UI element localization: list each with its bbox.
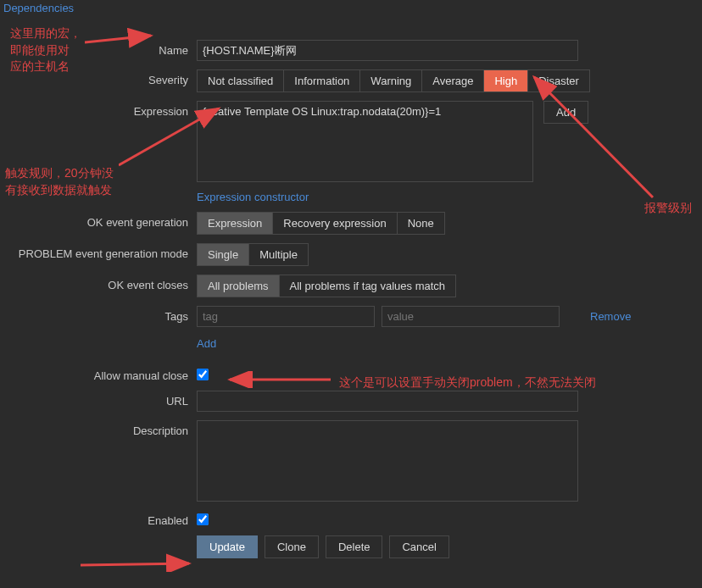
add-tag-link[interactable]: Add	[197, 337, 216, 350]
ok-event-recovery[interactable]: Recovery expression	[273, 213, 397, 234]
dependencies-link[interactable]: Dependencies	[0, 0, 77, 16]
ok-event-expression[interactable]: Expression	[198, 213, 273, 234]
severity-high[interactable]: High	[484, 70, 528, 92]
svg-line-9	[81, 563, 189, 565]
severity-group: Not classified Information Warning Avera…	[197, 69, 590, 92]
severity-information[interactable]: Information	[284, 70, 360, 92]
name-input[interactable]	[197, 40, 578, 61]
name-label: Name	[0, 40, 197, 57]
severity-average[interactable]: Average	[422, 70, 484, 92]
tags-label: Tags	[0, 306, 197, 323]
delete-button[interactable]: Delete	[326, 535, 383, 558]
severity-warning[interactable]: Warning	[360, 70, 422, 92]
expression-textarea[interactable]: {acative Template OS Linux:trap.nodata(2…	[197, 101, 533, 182]
remove-tag-link[interactable]: Remove	[590, 310, 631, 323]
description-textarea[interactable]	[197, 420, 578, 502]
clone-button[interactable]: Clone	[265, 535, 319, 558]
enabled-checkbox[interactable]	[197, 513, 209, 525]
enabled-label: Enabled	[0, 510, 197, 527]
problem-gen-multiple[interactable]: Multiple	[249, 244, 308, 265]
severity-disaster[interactable]: Disaster	[528, 70, 589, 92]
problem-gen-label: PROBLEM event generation mode	[0, 243, 197, 260]
ok-closes-group: All problems All problems if tag values …	[197, 275, 456, 297]
ok-event-gen-label: OK event generation	[0, 212, 197, 229]
url-label: URL	[0, 391, 197, 408]
tag-value-input[interactable]	[382, 306, 560, 327]
ok-closes-tag-match[interactable]: All problems if tag values match	[280, 275, 456, 297]
cancel-button[interactable]: Cancel	[389, 535, 448, 558]
update-button[interactable]: Update	[197, 535, 258, 558]
url-input[interactable]	[197, 391, 578, 412]
add-expression-button[interactable]: Add	[543, 101, 588, 124]
expression-constructor-link[interactable]: Expression constructor	[197, 191, 309, 203]
ok-closes-label: OK event closes	[0, 275, 197, 291]
description-label: Description	[0, 420, 197, 437]
allow-manual-close-checkbox[interactable]	[197, 369, 209, 380]
ok-event-none[interactable]: None	[398, 213, 444, 234]
severity-label: Severity	[0, 69, 197, 86]
severity-not-classified[interactable]: Not classified	[198, 70, 284, 92]
ok-closes-all[interactable]: All problems	[198, 275, 280, 297]
ok-event-gen-group: Expression Recovery expression None	[197, 212, 445, 235]
tag-name-input[interactable]	[197, 306, 375, 327]
expression-label: Expression	[0, 101, 197, 118]
problem-gen-group: Single Multiple	[197, 243, 309, 266]
problem-gen-single[interactable]: Single	[198, 244, 249, 265]
allow-manual-close-label: Allow manual close	[0, 365, 197, 382]
